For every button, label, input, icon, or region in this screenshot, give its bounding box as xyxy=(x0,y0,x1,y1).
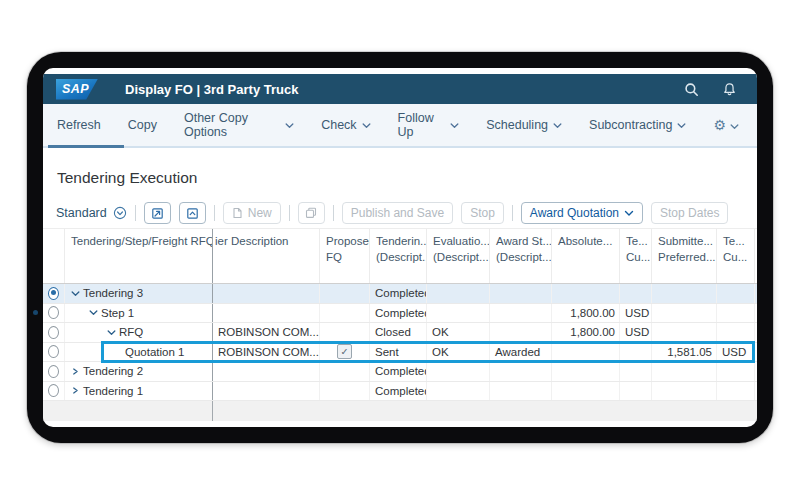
collapse-node-icon[interactable] xyxy=(89,309,98,316)
absolute-amount-cell xyxy=(552,343,620,362)
toolbar-separator xyxy=(135,205,136,221)
column-header-line2: (Descript... xyxy=(376,250,422,266)
app-title: Display FO | 3rd Party Truck xyxy=(125,82,298,97)
menu-item-label: Follow Up xyxy=(398,111,446,139)
cell-value: Completed xyxy=(375,287,427,299)
evaluation-status-cell: OK xyxy=(427,323,490,342)
settings-control[interactable]: ⚙ xyxy=(713,117,739,133)
cell-value: ROBINSON COM... xyxy=(218,346,319,358)
column-header-line1: Award St... xyxy=(496,234,547,250)
row-radio-button[interactable] xyxy=(48,287,59,300)
absolute-amount-cell xyxy=(552,382,620,401)
new-document-icon xyxy=(232,207,243,219)
table-row-step-1[interactable]: Step 1Completed1,800.00USD xyxy=(43,304,757,324)
menu-item-check[interactable]: Check xyxy=(321,104,370,146)
currency-cell xyxy=(620,382,652,401)
submitted-amount-cell: 1,581.05 xyxy=(652,343,717,362)
menu-item-copy[interactable]: Copy xyxy=(128,104,157,146)
hierarchy-cell: Tendering 3 xyxy=(65,284,213,303)
description-cell: ROBINSON COM... xyxy=(213,343,320,362)
collapse-node-icon[interactable] xyxy=(71,290,80,297)
search-icon[interactable] xyxy=(684,82,699,97)
menu-item-subcontracting[interactable]: Subcontracting xyxy=(589,104,686,146)
column-header-te: Te...Cu... xyxy=(620,229,652,283)
cell-value: Awarded xyxy=(495,346,540,358)
shell-header: SAP Display FO | 3rd Party Truck xyxy=(43,74,757,104)
row-radio-button[interactable] xyxy=(48,345,59,358)
tablet-frame: SAP Display FO | 3rd Party Truck Refresh… xyxy=(27,52,773,443)
table-row-tendering-2[interactable]: Tendering 2Completed xyxy=(43,362,757,382)
menu-item-label: Copy xyxy=(128,118,157,132)
expand-node-icon[interactable] xyxy=(71,387,80,394)
selection-cell xyxy=(43,382,65,401)
view-selector[interactable]: Standard xyxy=(56,206,127,220)
menu-item-scheduling[interactable]: Scheduling xyxy=(486,104,562,146)
award-status-cell xyxy=(490,362,552,381)
table-row-rfq[interactable]: RFQROBINSON COM...ClosedOK1,800.00USD xyxy=(43,323,757,343)
row-radio-button[interactable] xyxy=(48,306,59,319)
cell-value: Completed xyxy=(375,385,427,397)
column-header-line1: Te... xyxy=(723,234,750,250)
proposed-fq-cell: ✓ xyxy=(320,343,370,362)
description-cell xyxy=(213,304,320,323)
proposed-fq-checkbox[interactable]: ✓ xyxy=(337,344,352,359)
cell-value: USD xyxy=(625,307,649,319)
stop-button[interactable]: Stop xyxy=(461,202,504,224)
submitted-amount-cell xyxy=(652,304,717,323)
notifications-bell-icon[interactable] xyxy=(722,82,737,97)
publish-and-save-button[interactable]: Publish and Save xyxy=(342,202,453,224)
description-cell xyxy=(213,284,320,303)
table-row-tendering-1[interactable]: Tendering 1Completed xyxy=(43,382,757,402)
column-header-award-st: Award St...(Descript... xyxy=(490,229,552,283)
description-cell xyxy=(213,362,320,381)
collapse-node-icon[interactable] xyxy=(107,329,116,336)
row-radio-button[interactable] xyxy=(48,365,59,378)
currency-cell xyxy=(717,362,755,381)
award-status-cell xyxy=(490,304,552,323)
toolbar-separator xyxy=(512,205,513,221)
chevron-down-icon xyxy=(362,118,371,132)
new-button[interactable]: New xyxy=(223,202,281,224)
award-status-cell: Awarded xyxy=(490,343,552,362)
expand-node-icon[interactable] xyxy=(71,368,80,375)
cell-value: 1,800.00 xyxy=(570,326,615,338)
screen: SAP Display FO | 3rd Party Truck Refresh… xyxy=(43,68,757,427)
stop-dates-button[interactable]: Stop Dates xyxy=(651,202,728,224)
cell-value: Sent xyxy=(375,346,399,358)
action-bar: RefreshCopyOther Copy OptionsCheckFollow… xyxy=(43,104,757,148)
menu-item-follow-up[interactable]: Follow Up xyxy=(398,104,460,146)
currency-cell: USD xyxy=(717,343,755,362)
copy-button[interactable] xyxy=(298,202,325,224)
menu-item-label: Subcontracting xyxy=(589,118,672,132)
tendering-status-cell: Completed xyxy=(370,304,427,323)
row-radio-button[interactable] xyxy=(48,326,59,339)
evaluation-status-cell xyxy=(427,382,490,401)
currency-cell: USD xyxy=(620,323,652,342)
expand-all-button[interactable] xyxy=(144,202,171,224)
chevron-down-icon xyxy=(624,210,634,217)
table-row-tendering-3[interactable]: Tendering 3Completed xyxy=(43,284,757,304)
row-label: Step 1 xyxy=(101,307,134,319)
page: SAP Display FO | 3rd Party Truck Refresh… xyxy=(0,0,800,500)
column-header-line1: Tenderin... xyxy=(376,234,422,250)
tendering-status-cell: Sent xyxy=(370,343,427,362)
tendering-table: Tendering/Step/Freight RFQ/...ier Descri… xyxy=(43,228,757,401)
page-title: Tendering Execution xyxy=(57,166,757,190)
award-quotation-button[interactable]: Award Quotation xyxy=(521,202,643,224)
selection-cell xyxy=(43,304,65,323)
column-header-tenderin: Tenderin...(Descript... xyxy=(370,229,427,283)
proposed-fq-cell xyxy=(320,323,370,342)
table-row-quotation-1[interactable]: Quotation 1ROBINSON COM...✓SentOKAwarded… xyxy=(43,343,757,363)
cell-value: 1,800.00 xyxy=(570,307,615,319)
chevron-down-circle-icon xyxy=(113,206,127,220)
menu-item-other-copy-options[interactable]: Other Copy Options xyxy=(184,104,294,146)
column-header-line2: FQ xyxy=(326,250,365,266)
collapse-all-button[interactable] xyxy=(179,202,206,224)
row-radio-button[interactable] xyxy=(48,384,59,397)
column-header-line1: Evaluatio... xyxy=(433,234,485,250)
tendering-status-cell: Completed xyxy=(370,362,427,381)
cell-value: Completed xyxy=(375,365,427,377)
column-header-ier-description: ier Description xyxy=(213,229,320,283)
menu-item-refresh[interactable]: Refresh xyxy=(57,104,101,146)
toolbar-separator xyxy=(289,205,290,221)
